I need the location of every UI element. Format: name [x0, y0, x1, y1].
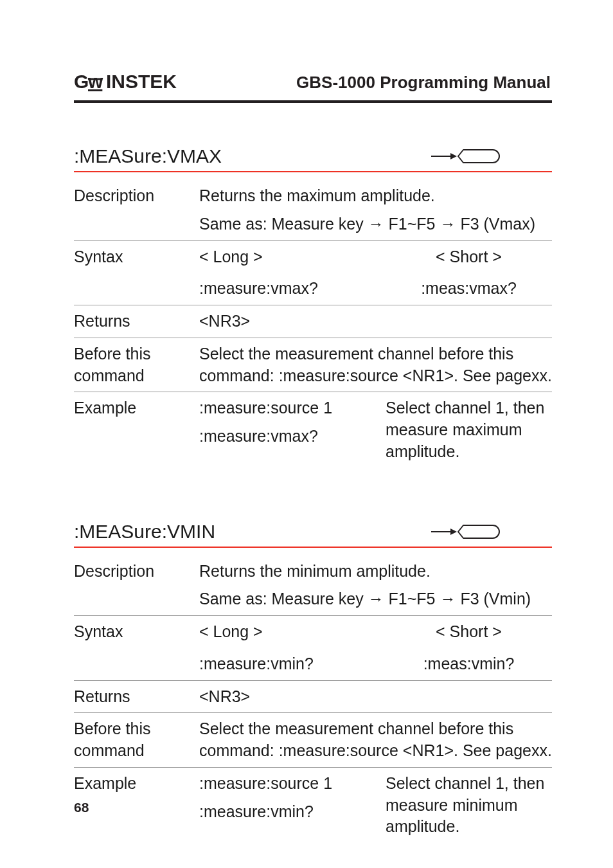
svg-text:INSTEK: INSTEK — [106, 71, 177, 92]
row-label-description: Description — [74, 180, 199, 240]
row-label-returns: Returns — [74, 305, 199, 338]
section-title: :MEASure:VMIN — [74, 521, 215, 543]
row-label-before: Before this command — [74, 713, 199, 768]
svg-text:w: w — [87, 71, 103, 92]
document-title: GBS-1000 Programming Manual — [296, 73, 551, 93]
row-label-returns: Returns — [74, 680, 199, 713]
syntax-long-header: < Long > — [199, 616, 386, 648]
syntax-short-cmd: :meas:vmax? — [386, 273, 552, 305]
row-label-example: Example — [74, 767, 199, 843]
key-shape-icon — [431, 523, 502, 540]
syntax-short-header: < Short > — [386, 616, 552, 648]
example-result: Select channel 1, then measure maximum a… — [386, 392, 552, 468]
syntax-long-cmd: :measure:vmin? — [199, 648, 386, 680]
command-section-vmax: :MEASure:VMAX Description Returns the ma… — [74, 145, 552, 468]
row-label-before: Before this command — [74, 338, 199, 392]
row-label-syntax: Syntax — [74, 240, 199, 273]
page-number: 68 — [74, 800, 89, 815]
description-line1: Returns the minimum amplitude. — [199, 562, 431, 580]
section-title: :MEASure:VMAX — [74, 145, 222, 167]
returns-value: <NR3> — [199, 680, 552, 713]
example-result: Select channel 1, then measure minimum a… — [386, 767, 552, 843]
before-text: Select the measurement channel before th… — [199, 713, 552, 768]
svg-marker-7 — [450, 529, 457, 535]
command-section-vmin: :MEASure:VMIN Description Returns the mi… — [74, 521, 552, 844]
description-line1: Returns the maximum amplitude. — [199, 186, 435, 204]
returns-value: <NR3> — [199, 305, 552, 338]
row-label-description: Description — [74, 556, 199, 616]
before-text: Select the measurement channel before th… — [199, 338, 552, 392]
key-shape-icon — [431, 148, 502, 165]
example-cmd1: :measure:source 1 — [199, 773, 386, 795]
page-header: G w INSTEK GBS-1000 Programming Manual — [74, 71, 552, 94]
description-line2: Same as: Measure key → F1~F5 → F3 (Vmin) — [199, 588, 552, 610]
example-cmd1: :measure:source 1 — [199, 397, 386, 419]
syntax-short-header: < Short > — [386, 240, 552, 273]
example-cmd2: :measure:vmin? — [199, 801, 386, 823]
brand-logo: G w INSTEK — [74, 71, 196, 93]
syntax-long-cmd: :measure:vmax? — [199, 273, 386, 305]
syntax-long-header: < Long > — [199, 240, 386, 273]
row-label-syntax: Syntax — [74, 616, 199, 648]
row-label-example: Example — [74, 392, 199, 468]
description-line2: Same as: Measure key → F1~F5 → F3 (Vmax) — [199, 213, 552, 235]
header-divider — [74, 100, 552, 103]
example-cmd2: :measure:vmax? — [199, 426, 386, 448]
svg-text:G: G — [74, 71, 88, 92]
syntax-short-cmd: :meas:vmin? — [386, 648, 552, 680]
svg-marker-5 — [450, 153, 457, 159]
